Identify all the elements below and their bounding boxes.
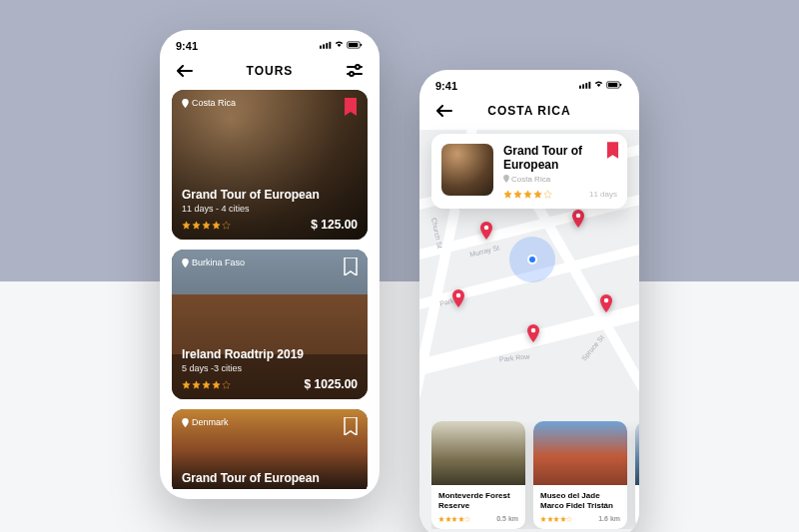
map-pin-icon[interactable] bbox=[569, 210, 587, 228]
status-bar: 9:41 bbox=[160, 30, 380, 56]
svg-point-22 bbox=[531, 328, 536, 333]
tour-location: Burkina Faso bbox=[182, 258, 245, 267]
tour-title: Ireland Roadtrip 2019 bbox=[182, 347, 358, 361]
poi-image bbox=[635, 421, 639, 485]
svg-point-20 bbox=[456, 293, 461, 298]
status-icons bbox=[320, 40, 364, 52]
poi-carousel[interactable]: Monteverde Forest Reserve 0.5 km Museo d… bbox=[431, 421, 639, 529]
tour-card[interactable]: Costa Rica Grand Tour of European 11 day… bbox=[172, 90, 368, 240]
rating-stars bbox=[503, 190, 552, 199]
filter-button[interactable] bbox=[346, 62, 364, 80]
detail-thumbnail bbox=[441, 144, 493, 196]
tour-card[interactable]: Denmark Grand Tour of European bbox=[172, 409, 368, 489]
status-bar: 9:41 bbox=[419, 70, 639, 96]
map-pin-icon[interactable] bbox=[449, 289, 467, 307]
tours-screen: 9:41 TOURS Costa Rica bbox=[160, 30, 380, 499]
tour-subtitle: 11 days - 4 cities bbox=[182, 204, 358, 214]
map-pin-icon[interactable] bbox=[477, 222, 495, 240]
svg-rect-13 bbox=[585, 83, 587, 89]
detail-duration: 11 days bbox=[589, 190, 617, 199]
svg-rect-3 bbox=[329, 42, 331, 49]
svg-point-19 bbox=[576, 214, 581, 219]
user-location-dot bbox=[527, 255, 537, 265]
svg-rect-11 bbox=[579, 86, 581, 89]
poi-card[interactable]: Nati of C bbox=[635, 421, 639, 529]
svg-point-10 bbox=[350, 72, 354, 76]
svg-rect-14 bbox=[588, 82, 590, 89]
tour-detail-card[interactable]: Grand Tour of European Costa Rica 11 day… bbox=[431, 134, 627, 209]
svg-rect-6 bbox=[361, 44, 362, 47]
svg-rect-12 bbox=[582, 84, 584, 88]
poi-title: Monteverde Forest Reserve bbox=[438, 491, 518, 511]
status-time: 9:41 bbox=[435, 80, 457, 92]
nav-bar: COSTA RICA bbox=[419, 96, 639, 130]
map-pin-icon[interactable] bbox=[597, 294, 615, 312]
svg-rect-1 bbox=[323, 44, 325, 48]
svg-rect-16 bbox=[608, 83, 617, 87]
tour-title: Grand Tour of European bbox=[182, 471, 358, 485]
page-title: TOURS bbox=[247, 64, 294, 78]
rating-stars bbox=[182, 380, 231, 389]
svg-point-18 bbox=[484, 226, 489, 231]
svg-rect-5 bbox=[349, 43, 358, 47]
poi-card[interactable]: Monteverde Forest Reserve 0.5 km bbox=[431, 421, 525, 529]
detail-title: Grand Tour of European bbox=[503, 144, 617, 173]
tour-price: $ 1025.00 bbox=[305, 377, 358, 391]
poi-image bbox=[431, 421, 525, 485]
tour-list[interactable]: Costa Rica Grand Tour of European 11 day… bbox=[160, 90, 380, 489]
back-button[interactable] bbox=[435, 102, 453, 120]
poi-distance: 1.6 km bbox=[598, 515, 620, 522]
bookmark-icon[interactable] bbox=[344, 98, 358, 116]
tour-card[interactable]: Burkina Faso Ireland Roadtrip 2019 5 day… bbox=[172, 250, 368, 399]
poi-card[interactable]: Museo del Jade Marco Fidel Tristán 1.6 k… bbox=[533, 421, 627, 529]
bookmark-icon[interactable] bbox=[344, 417, 358, 435]
poi-title: Museo del Jade Marco Fidel Tristán bbox=[540, 491, 620, 511]
tour-price: $ 125.00 bbox=[311, 218, 358, 232]
bookmark-icon[interactable] bbox=[344, 258, 358, 275]
rating-stars bbox=[182, 221, 231, 230]
svg-point-9 bbox=[356, 65, 360, 69]
rating-stars bbox=[540, 516, 572, 522]
map-screen: 9:41 COSTA RICA Chambers St Warren St Ch… bbox=[419, 70, 639, 532]
poi-image bbox=[533, 421, 627, 485]
street-label: Spruce St bbox=[580, 333, 605, 361]
tour-title: Grand Tour of European bbox=[182, 188, 358, 202]
detail-location: Costa Rica bbox=[503, 175, 617, 184]
status-icons bbox=[579, 80, 623, 92]
tour-location: Costa Rica bbox=[182, 98, 236, 108]
bookmark-icon[interactable] bbox=[606, 142, 619, 163]
street-label: Murray St bbox=[469, 244, 500, 258]
tour-location: Denmark bbox=[182, 417, 229, 427]
svg-rect-0 bbox=[320, 46, 322, 49]
page-title: COSTA RICA bbox=[487, 104, 570, 118]
svg-point-21 bbox=[604, 298, 609, 303]
tour-subtitle: 5 days -3 cities bbox=[182, 363, 358, 373]
status-time: 9:41 bbox=[176, 40, 198, 52]
map-pin-icon[interactable] bbox=[524, 324, 542, 342]
street-label: Church St bbox=[430, 218, 443, 250]
poi-distance: 0.5 km bbox=[496, 515, 518, 522]
svg-rect-17 bbox=[620, 84, 621, 87]
rating-stars bbox=[438, 516, 470, 522]
svg-rect-2 bbox=[326, 43, 328, 49]
back-button[interactable] bbox=[176, 62, 194, 80]
nav-bar: TOURS bbox=[160, 56, 380, 90]
